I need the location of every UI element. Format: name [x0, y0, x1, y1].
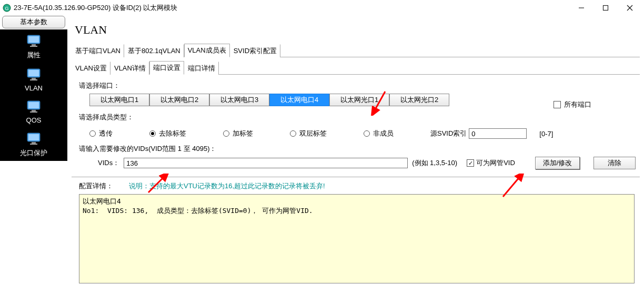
checkbox-icon: ✓: [467, 159, 474, 167]
svid-index-input[interactable]: [469, 128, 527, 139]
port-opt2[interactable]: 以太网光口2: [389, 94, 449, 106]
port-eth4[interactable]: 以太网电口4: [269, 94, 329, 106]
port-label: 以太网电口2: [160, 96, 198, 104]
radio-double-tag[interactable]: 双层标签: [290, 129, 327, 138]
svg-rect-16: [32, 110, 36, 111]
radio-icon: [89, 130, 96, 137]
sidebar-header[interactable]: 基本参数: [2, 16, 65, 28]
tab-label: 基于802.1qVLAN: [128, 47, 180, 55]
sidebar-item-vlan[interactable]: VLAN: [0, 63, 67, 95]
mgmt-vid-label: 可为网管VID: [476, 158, 515, 168]
tab-label: VLAN设置: [75, 64, 107, 72]
radio-icon: [290, 130, 296, 137]
tab-port-settings[interactable]: 端口设置: [149, 61, 184, 75]
tab-label: 端口详情: [188, 64, 215, 72]
svg-rect-20: [32, 142, 36, 144]
svg-rect-3: [603, 6, 608, 11]
port-label: 以太网光口2: [400, 96, 438, 104]
monitor-icon: [25, 34, 42, 48]
window-title: 23-7E-5A(10.35.126.90-GP520) 设备ID(2) 以太网…: [14, 3, 569, 13]
tab-label: 端口设置: [153, 64, 180, 72]
minimize-button[interactable]: [569, 0, 593, 16]
sidebar-item-optical-protect[interactable]: 光口保护: [0, 127, 67, 161]
radio-icon: [149, 130, 156, 137]
svg-rect-21: [30, 144, 37, 145]
config-output[interactable]: 以太网电口4 No1: VIDS: 136, 成员类型：去除标签(SVID=0)…: [79, 194, 635, 283]
sidebar-item-properties[interactable]: 属性: [0, 29, 67, 63]
svg-rect-11: [28, 70, 39, 76]
vids-prompt: 请输入需要修改的VIDs(VID范围 1 至 4095)：: [72, 142, 640, 155]
port-label: 以太网光口1: [340, 96, 378, 104]
svg-text:G: G: [5, 6, 8, 11]
page-title: VLAN: [72, 16, 640, 43]
svg-rect-13: [30, 79, 37, 80]
radio-icon: [364, 130, 370, 137]
select-port-label: 请选择端口：: [72, 75, 640, 94]
sidebar: 基本参数 属性 VLAN QOS 光口保护: [0, 16, 67, 305]
port-eth3[interactable]: 以太网电口3: [209, 94, 269, 106]
maximize-button[interactable]: [593, 0, 618, 16]
all-ports-checkbox[interactable]: 所有端口: [554, 100, 591, 109]
tab-label: VLAN成员表: [188, 46, 226, 54]
svid-range-label: [0-7]: [539, 130, 553, 138]
vids-example: (例如 1,3,5-10): [412, 158, 457, 168]
radio-label: 双层标签: [299, 129, 327, 138]
tab-port-vlan[interactable]: 基于端口VLAN: [72, 44, 124, 57]
port-label: 以太网电口4: [280, 96, 318, 104]
window-titlebar: G 23-7E-5A(10.35.126.90-GP520) 设备ID(2) 以…: [0, 0, 644, 16]
sidebar-item-label: 光口保护: [0, 148, 67, 158]
tab-vlan-settings[interactable]: VLAN设置: [72, 62, 110, 75]
mgmt-vid-checkbox[interactable]: ✓ 可为网管VID: [467, 158, 515, 168]
svid-index-label: 源SVID索引: [430, 129, 467, 138]
monitor-icon: [25, 131, 42, 146]
svg-rect-7: [28, 36, 39, 43]
radio-passthrough[interactable]: 透传: [89, 129, 113, 138]
svg-rect-17: [30, 111, 37, 113]
sidebar-item-qos[interactable]: QOS: [0, 95, 67, 127]
details-note: 说明：支持的最大VTU记录数为16,超过此记录数的记录将被丢弃!: [113, 181, 325, 191]
output-text: 以太网电口4 No1: VIDS: 136, 成员类型：去除标签(SVID=0)…: [83, 197, 313, 215]
port-eth2[interactable]: 以太网电口2: [149, 94, 209, 106]
svg-rect-12: [32, 78, 36, 79]
secondary-tabs: VLAN设置 VLAN详情 端口设置 端口详情: [72, 60, 640, 75]
tab-label: VLAN详情: [114, 64, 146, 72]
radio-tag[interactable]: 加标签: [223, 129, 253, 138]
svg-rect-19: [28, 134, 39, 140]
radio-icon: [223, 130, 229, 137]
svg-rect-9: [30, 46, 37, 47]
details-label: 配置详情：: [79, 181, 113, 191]
svg-rect-15: [28, 102, 39, 108]
tab-port-details[interactable]: 端口详情: [184, 62, 219, 75]
tab-vlan-details[interactable]: VLAN详情: [110, 62, 149, 75]
member-type-row: 透传 去除标签 加标签 双层标签 非成员 源SVID索引 [0-7]: [72, 125, 640, 142]
add-modify-button[interactable]: 添加/修改: [535, 157, 580, 169]
tab-label: 基于端口VLAN: [75, 47, 120, 55]
sidebar-item-label: QOS: [0, 116, 67, 124]
all-ports-label: 所有端口: [564, 100, 591, 109]
port-label: 以太网电口1: [100, 96, 138, 104]
tab-8021q-vlan[interactable]: 基于802.1qVLAN: [124, 44, 184, 57]
monitor-icon: [25, 99, 42, 114]
radio-nonmember[interactable]: 非成员: [364, 129, 394, 138]
radio-label: 加标签: [233, 129, 253, 138]
clear-button[interactable]: 清除: [593, 157, 636, 169]
close-button[interactable]: [618, 0, 642, 16]
vids-label: VIDs：: [98, 158, 119, 168]
radio-label: 非成员: [373, 129, 394, 138]
primary-tabs: 基于端口VLAN 基于802.1qVLAN VLAN成员表 SVID索引配置: [72, 43, 640, 57]
radio-untag[interactable]: 去除标签: [149, 129, 186, 138]
tab-vlan-member[interactable]: VLAN成员表: [184, 44, 230, 57]
radio-label: 去除标签: [159, 129, 186, 138]
port-label: 以太网电口3: [220, 96, 258, 104]
button-label: 添加/修改: [543, 159, 572, 167]
svg-rect-8: [32, 44, 36, 46]
vids-row: VIDs： (例如 1,3,5-10) ✓ 可为网管VID 添加/修改 清除: [72, 155, 640, 172]
tab-svid-index[interactable]: SVID索引配置: [230, 44, 280, 57]
port-opt1[interactable]: 以太网光口1: [329, 94, 389, 106]
tab-label: SVID索引配置: [234, 47, 277, 55]
vids-input[interactable]: [124, 158, 408, 168]
sidebar-item-label: 属性: [0, 50, 67, 60]
sidebar-item-label: VLAN: [0, 84, 67, 92]
port-eth1[interactable]: 以太网电口1: [89, 94, 149, 106]
content-area: VLAN 基于端口VLAN 基于802.1qVLAN VLAN成员表 SVID索…: [67, 16, 644, 305]
